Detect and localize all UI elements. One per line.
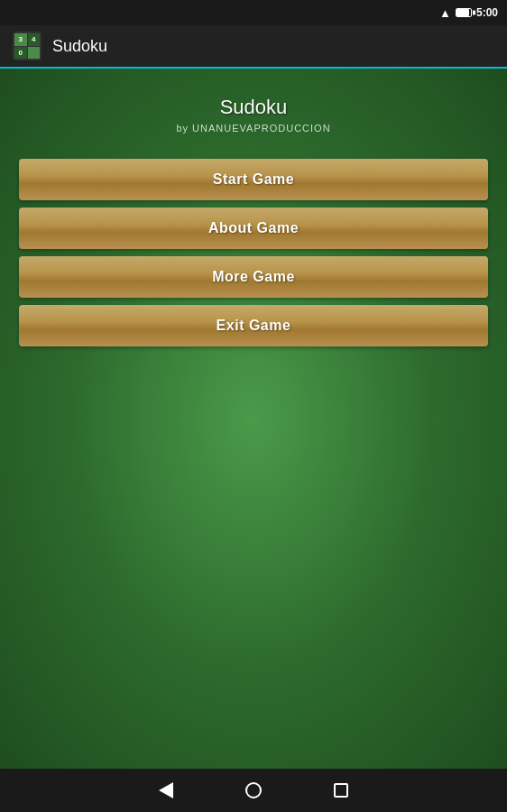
wifi-icon: ▲ <box>439 6 451 20</box>
game-subtitle: by UNANUEVAPRODUCCION <box>176 123 330 134</box>
game-title: Sudoku <box>220 96 288 119</box>
menu-buttons-container: Start Game About Game More Game Exit Gam… <box>19 159 488 346</box>
about-game-button[interactable]: About Game <box>19 208 488 249</box>
navigation-bar <box>0 769 507 812</box>
battery-indicator <box>456 8 472 17</box>
app-icon-cell-1: 3 <box>14 33 27 46</box>
main-content: Sudoku by UNANUEVAPRODUCCION Start Game … <box>0 69 507 769</box>
more-game-button[interactable]: More Game <box>19 256 488 298</box>
recents-icon <box>334 783 348 798</box>
recents-button[interactable] <box>334 783 348 798</box>
app-icon-cell-3: 0 <box>14 47 27 60</box>
battery-fill <box>456 9 469 16</box>
home-button[interactable] <box>245 782 262 798</box>
back-icon <box>159 782 173 798</box>
back-button[interactable] <box>159 782 173 798</box>
time-display: 5:00 <box>476 6 498 19</box>
status-icons: ▲ 5:00 <box>439 5 498 21</box>
title-bar: 3 4 0 Sudoku <box>0 25 507 69</box>
app-icon: 3 4 0 <box>13 32 41 60</box>
home-icon <box>245 782 262 798</box>
app-icon-cell-4 <box>28 47 41 60</box>
start-game-button[interactable]: Start Game <box>19 159 488 200</box>
app-icon-cell-2: 4 <box>28 33 41 46</box>
status-bar: ▲ 5:00 <box>0 0 507 25</box>
title-bar-label: Sudoku <box>52 37 107 56</box>
exit-game-button[interactable]: Exit Game <box>19 305 488 346</box>
battery-icon-wrapper <box>456 5 472 21</box>
